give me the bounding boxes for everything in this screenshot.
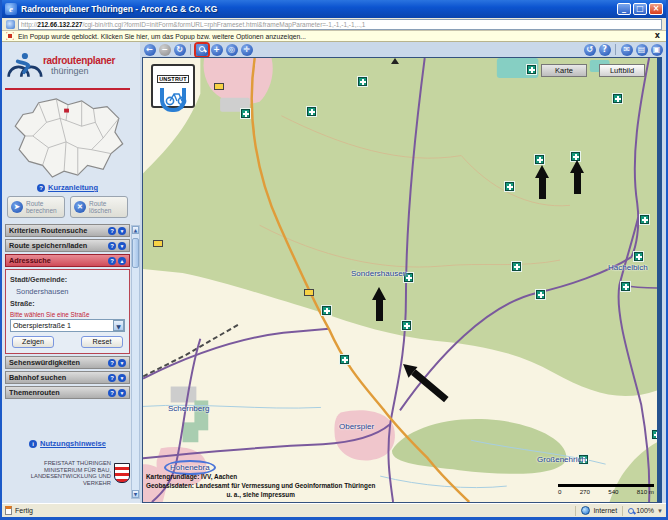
waypoint-marker[interactable] bbox=[535, 155, 544, 164]
unstrut-label: UNSTRUT bbox=[157, 75, 189, 83]
map-copyright: Kartengrundlage: IVV, Aachen Geobasisdat… bbox=[146, 472, 375, 499]
accordion-adressuche[interactable]: Adressuche ? ▲ bbox=[5, 254, 130, 267]
help-circle-icon[interactable]: ? bbox=[108, 359, 116, 367]
thuringia-district-map[interactable] bbox=[9, 93, 127, 179]
help-circle-icon[interactable]: ? bbox=[108, 227, 116, 235]
waypoint-marker[interactable] bbox=[505, 182, 514, 191]
waypoint-marker[interactable] bbox=[634, 252, 643, 261]
logo-line2: thüringen bbox=[51, 66, 115, 76]
email-icon[interactable]: ✉ bbox=[621, 44, 633, 56]
waypoint-marker[interactable] bbox=[402, 321, 411, 330]
copyright-line: Geobasisdaten: Landesamt für Vermessung … bbox=[146, 481, 375, 490]
accordion-kriterien-routensuche[interactable]: Kriterien Routensuche ? ▼ bbox=[5, 224, 130, 237]
zeigen-button[interactable]: Zeigen bbox=[12, 336, 54, 348]
bicycle-route-icon bbox=[160, 88, 186, 112]
logo-line1: radroutenplaner bbox=[43, 55, 115, 66]
chevron-down-icon[interactable]: ▼ bbox=[113, 320, 124, 331]
page-icon bbox=[6, 20, 15, 29]
magnifier-icon bbox=[628, 508, 634, 514]
accordion-sehenswuerdigkeiten[interactable]: Sehenswürdigkeiten ? ▼ bbox=[5, 356, 130, 369]
help-icon[interactable]: ? bbox=[599, 44, 611, 56]
waypoint-marker[interactable] bbox=[340, 355, 349, 364]
scroll-up-icon[interactable]: ▲ bbox=[132, 226, 139, 234]
sidebar: radroutenplaner thüringen ? Kurzanleitun… bbox=[2, 42, 140, 503]
annotation-arrow bbox=[535, 165, 549, 199]
waypoint-marker[interactable] bbox=[322, 306, 331, 315]
back-view-icon[interactable]: ← bbox=[144, 44, 156, 56]
fullscreen-icon[interactable]: ▣ bbox=[651, 44, 663, 56]
waypoint-marker[interactable] bbox=[652, 430, 661, 439]
sidebar-scrollbar[interactable]: ▲ ▼ bbox=[131, 225, 140, 499]
map-scale-bar: 0 270 540 810 m bbox=[558, 484, 654, 495]
waypoint-marker[interactable] bbox=[640, 215, 649, 224]
popup-blocked-bar[interactable]: Ein Popup wurde geblockt. Klicken Sie hi… bbox=[2, 31, 666, 42]
annotation-arrow bbox=[399, 359, 451, 406]
popup-close-icon[interactable]: x bbox=[653, 32, 662, 40]
route-loeschen-button[interactable]: ✕ Routelöschen bbox=[70, 196, 128, 218]
adressuche-panel: Stadt/Gemeinde: Sondershausen Straße: Bi… bbox=[5, 269, 130, 354]
unstrut-route-badge: UNSTRUT bbox=[151, 64, 195, 108]
chevron-down-icon[interactable]: ▼ bbox=[118, 227, 126, 235]
help-circle-icon[interactable]: ? bbox=[108, 389, 116, 397]
luftbild-button[interactable]: Luftbild bbox=[599, 64, 645, 77]
print-icon[interactable]: ▤ bbox=[636, 44, 648, 56]
waypoint-marker[interactable] bbox=[536, 290, 545, 299]
chevron-up-icon[interactable]: ▲ bbox=[118, 257, 126, 265]
karte-button[interactable]: Karte bbox=[541, 64, 587, 77]
maximize-button[interactable]: □ bbox=[633, 3, 647, 15]
help-circle-icon[interactable]: ? bbox=[108, 374, 116, 382]
select-tool-icon[interactable]: ◎ bbox=[226, 44, 238, 56]
pan-tool-icon[interactable]: ✛ bbox=[241, 44, 253, 56]
url-input[interactable]: http://212.66.132.227/cgi-bin/rth.cgi?fo… bbox=[18, 19, 662, 30]
chevron-down-icon[interactable]: ▼ bbox=[657, 508, 663, 514]
route-berechnen-button[interactable]: ➤ Routeberechnen bbox=[7, 196, 65, 218]
accordion-themenrouten[interactable]: Themenrouten ? ▼ bbox=[5, 386, 130, 399]
reset-button[interactable]: Reset bbox=[81, 336, 123, 348]
waypoint-marker[interactable] bbox=[358, 77, 367, 86]
overview-icon[interactable]: ↺ bbox=[584, 44, 596, 56]
pan-north-icon[interactable] bbox=[391, 58, 399, 64]
chevron-down-icon[interactable]: ▼ bbox=[118, 389, 126, 397]
chevron-down-icon[interactable]: ▼ bbox=[118, 374, 126, 382]
url-host: 212.66.132.227 bbox=[37, 21, 82, 28]
help-circle-icon[interactable]: ? bbox=[108, 242, 116, 250]
city-value[interactable]: Sondershausen bbox=[16, 287, 125, 296]
title-bar[interactable]: e Radroutenplaner Thüringen - Arcor AG &… bbox=[2, 0, 666, 18]
minimize-button[interactable]: _ bbox=[617, 3, 631, 15]
map[interactable]: SondershausenHachelbichSchernbergOberspi… bbox=[142, 57, 662, 503]
zoom-control[interactable]: 100% ▼ bbox=[628, 507, 663, 514]
zoom-tool-icon[interactable] bbox=[196, 44, 208, 56]
nutzungshinweise-link[interactable]: Nutzungshinweise bbox=[40, 439, 106, 448]
waypoint-marker[interactable] bbox=[527, 65, 536, 74]
scrollbar-thumb[interactable] bbox=[132, 238, 139, 268]
waypoint-marker[interactable] bbox=[241, 109, 250, 118]
map-position-marker bbox=[64, 109, 69, 113]
chevron-down-icon[interactable]: ▼ bbox=[118, 242, 126, 250]
street-select[interactable]: Oberspierstraße 1 ▼ bbox=[10, 319, 125, 332]
redraw-map-icon[interactable]: ↻ bbox=[174, 44, 186, 56]
waypoint-marker[interactable] bbox=[307, 107, 316, 116]
chevron-down-icon[interactable]: ▼ bbox=[118, 359, 126, 367]
nutzungshinweise-row[interactable]: i Nutzungshinweise bbox=[5, 439, 130, 448]
zoom-in-icon[interactable]: + bbox=[211, 44, 223, 56]
waypoint-marker[interactable] bbox=[512, 262, 521, 271]
waypoint-marker[interactable] bbox=[613, 94, 622, 103]
popup-blocked-icon bbox=[6, 32, 14, 40]
zoom-out-icon[interactable]: − bbox=[159, 44, 171, 56]
route-calc-icon: ➤ bbox=[11, 201, 23, 213]
accordion-bahnhof-suchen[interactable]: Bahnhof suchen ? ▼ bbox=[5, 371, 130, 384]
toolbar-separator bbox=[190, 44, 191, 55]
waypoint-marker[interactable] bbox=[621, 282, 630, 291]
accordion-route-speichern-laden[interactable]: Route speichern/laden ? ▼ bbox=[5, 239, 130, 252]
kurzanleitung-row[interactable]: ? Kurzanleitung bbox=[5, 183, 130, 192]
info-circle-icon: i bbox=[29, 440, 37, 448]
kurzanleitung-link[interactable]: Kurzanleitung bbox=[48, 183, 98, 192]
scroll-down-icon[interactable]: ▼ bbox=[132, 490, 139, 498]
road-number-badge bbox=[214, 83, 224, 90]
close-button[interactable]: × bbox=[649, 3, 663, 15]
zoom-level: 100% bbox=[636, 507, 654, 514]
app-logo: radroutenplaner thüringen bbox=[5, 44, 130, 86]
window-title: Radroutenplaner Thüringen - Arcor AG & C… bbox=[21, 4, 615, 14]
popup-blocked-message[interactable]: Ein Popup wurde geblockt. Klicken Sie hi… bbox=[18, 33, 653, 40]
help-circle-icon[interactable]: ? bbox=[108, 257, 116, 265]
